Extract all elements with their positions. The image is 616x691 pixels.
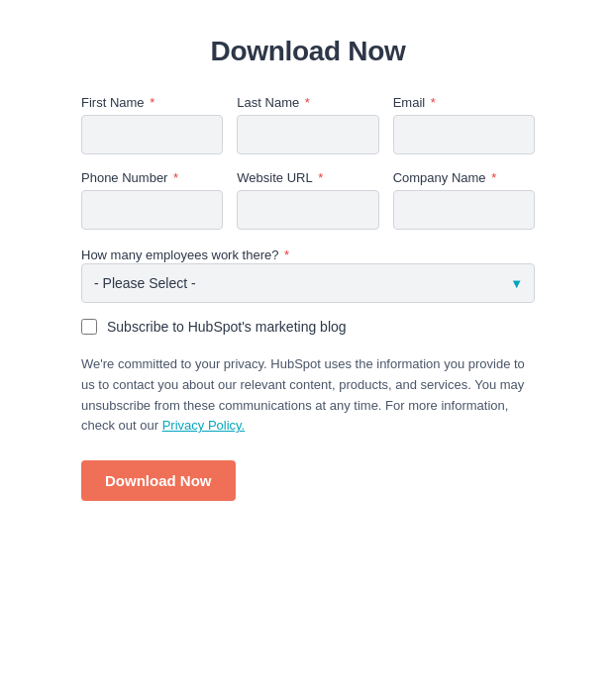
first-name-input[interactable] [81, 115, 223, 154]
email-input[interactable] [393, 115, 535, 154]
subscribe-checkbox-row: Subscribe to HubSpot's marketing blog [81, 319, 535, 335]
employees-group: How many employees work there? * - Pleas… [81, 246, 535, 303]
submit-button[interactable]: Download Now [81, 460, 236, 501]
email-label: Email * [393, 95, 535, 110]
subscribe-label[interactable]: Subscribe to HubSpot's marketing blog [107, 319, 347, 335]
email-group: Email * [393, 95, 535, 154]
first-name-label: First Name * [81, 95, 223, 110]
privacy-policy-link[interactable]: Privacy Policy. [162, 418, 246, 433]
employees-select-wrapper: - Please Select - 1-10 11-50 51-200 201-… [81, 263, 535, 303]
required-star: * [147, 95, 155, 110]
required-star: * [169, 170, 178, 185]
employees-select[interactable]: - Please Select - 1-10 11-50 51-200 201-… [81, 263, 535, 303]
last-name-input[interactable] [237, 115, 378, 154]
website-label: Website URL * [237, 170, 378, 185]
required-star: * [315, 170, 324, 185]
website-group: Website URL * [237, 170, 378, 230]
website-input[interactable] [237, 190, 378, 230]
company-label: Company Name * [393, 170, 535, 185]
required-star: * [301, 95, 310, 110]
required-star: * [280, 247, 289, 262]
first-name-group: First Name * [81, 95, 223, 154]
row-2: Phone Number * Website URL * Company Nam… [81, 170, 535, 230]
required-star: * [427, 95, 436, 110]
last-name-group: Last Name * [237, 95, 378, 154]
subscribe-checkbox[interactable] [81, 319, 97, 335]
company-group: Company Name * [393, 170, 535, 230]
employees-label: How many employees work there? * [81, 247, 289, 262]
phone-label: Phone Number * [81, 170, 223, 185]
privacy-text: We're committed to your privacy. HubSpot… [81, 354, 535, 437]
row-1: First Name * Last Name * Email * [81, 95, 535, 154]
form-container: Download Now First Name * Last Name * Em… [0, 0, 616, 541]
last-name-label: Last Name * [237, 95, 378, 110]
form-title: Download Now [81, 36, 535, 67]
phone-group: Phone Number * [81, 170, 223, 230]
required-star: * [488, 170, 497, 185]
phone-input[interactable] [81, 190, 223, 230]
company-input[interactable] [393, 190, 535, 230]
